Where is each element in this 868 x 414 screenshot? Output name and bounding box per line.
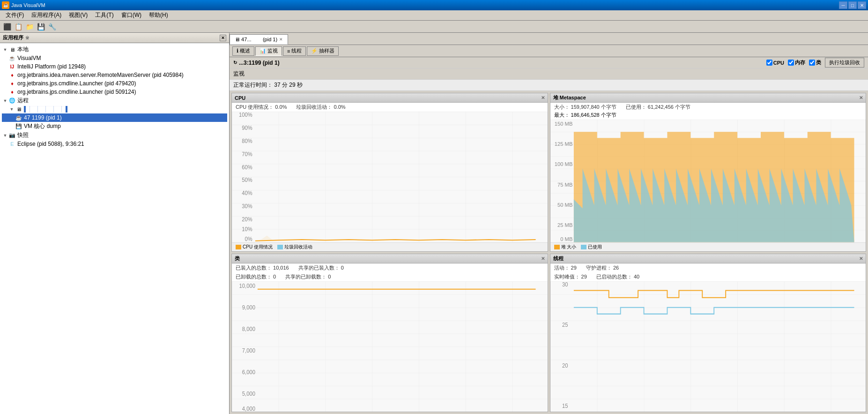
title-bar: ☕ Java VisualVM ─ □ ✕ [0, 0, 868, 10]
title-bar-buttons: ─ □ ✕ [839, 1, 866, 9]
gc-button[interactable]: 执行垃圾回收 [825, 58, 864, 68]
local-label: 本地 [17, 45, 29, 53]
cpu-checkbox-label[interactable]: CPU [766, 60, 784, 66]
tree-visualvm[interactable]: ☕ VisualVM [2, 54, 227, 62]
heap-legend-used: 已使用 [581, 244, 602, 250]
thread-chart-close[interactable]: ✕ [859, 256, 863, 261]
menu-file[interactable]: 文件(F) [2, 10, 28, 20]
svg-text:40%: 40% [242, 190, 252, 197]
core-dump-icon: 💾 [15, 123, 22, 130]
class-shared-loaded-stat: 共享的已装入数： 0 [298, 264, 344, 271]
tab-threads[interactable]: ≡ 线程 [283, 46, 306, 56]
snapshots-icon: 📷 [8, 132, 16, 139]
tree-remote-root[interactable]: ▼ 🌐 远程 [2, 96, 227, 105]
toolbar-btn-2[interactable]: 📋 [13, 22, 23, 32]
sampler-icon: ⚡ [311, 48, 318, 54]
eclipse-snapshot-label: Eclipse (pid 5088), 9:36:21 [17, 141, 84, 147]
class-loaded-value: 10,016 [273, 265, 289, 271]
heap-chart-close[interactable]: ✕ [859, 95, 863, 100]
thread-chart-svg: 30 25 20 15 下午4:15 下午4:20 下午4:25 下午4:30 [550, 281, 866, 412]
class-chart-close[interactable]: ✕ [541, 256, 545, 261]
tab-sampler[interactable]: ⚡ 抽样器 [307, 46, 339, 56]
cpu-usage-label: CPU 使用情况： [236, 104, 274, 110]
menu-view[interactable]: 视图(V) [65, 10, 91, 20]
jps1-icon: ♦ [8, 80, 16, 87]
svg-text:30%: 30% [242, 203, 252, 210]
expand-remote-icon: ▼ [2, 98, 8, 103]
svg-text:125 MB: 125 MB [554, 141, 572, 147]
thread-daemon-value: 26 [613, 265, 619, 271]
jps2-label: org.jetbrains.jps.cmdline.Launcher (pid … [17, 89, 136, 95]
tree-maven[interactable]: ♦ org.jetbrains.idea.maven.server.Remote… [2, 71, 227, 79]
class-checkbox-label[interactable]: 类 [809, 59, 821, 66]
expand-snapshots-icon: ▼ [2, 133, 8, 138]
connection-bar: ↻ ...3:1199 (pid 1) CPU 内存 类 执行垃圾回收 [230, 57, 868, 68]
remote-label: 远程 [17, 97, 29, 105]
maven-icon: ♦ [8, 71, 16, 79]
close-button[interactable]: ✕ [858, 1, 866, 9]
thread-live-value: 29 [571, 265, 577, 271]
heap-size-stat: 大小： 159,907,840 个字节 [554, 104, 616, 111]
menu-tools[interactable]: 工具(T) [91, 10, 117, 20]
mem-checkbox-label[interactable]: 内存 [788, 59, 805, 66]
cpu-chart-svg: 100% 90% 80% 70% 60% 50% 40% 30% 20% 10%… [232, 112, 548, 242]
menu-bar: 文件(F) 应用程序(A) 视图(V) 工具(T) 窗口(W) 帮助(H) [0, 10, 868, 21]
main-tab-close[interactable]: ✕ [279, 37, 283, 42]
thread-peak-stat: 实时峰值： 29 [554, 273, 587, 280]
heap-legend-size-color [554, 245, 560, 249]
tree-intellij[interactable]: IJ IntelliJ Platform (pid 12948) [2, 62, 227, 71]
tree-local-root[interactable]: ▼ 🖥 本地 [2, 45, 227, 54]
remote-host-label: ██████████ [24, 106, 67, 113]
tab-monitor[interactable]: 📊 监视 [255, 46, 282, 56]
class-shared-unloaded-label: 共享的已卸载数： [285, 274, 326, 279]
heap-size-value: 159,907,840 个字节 [571, 104, 616, 110]
heap-max-label: 最大： [554, 112, 570, 118]
thread-chart-title: 线程 [553, 255, 564, 262]
tab-overview[interactable]: ℹ 概述 [232, 46, 254, 56]
tree-eclipse-snapshot[interactable]: E Eclipse (pid 5088), 9:36:21 [2, 140, 227, 148]
tree-core-dump[interactable]: 💾 VM 核心 dump [2, 122, 227, 131]
tree-remote-pid[interactable]: ☕ 47 1199 (pid 1) [2, 113, 227, 122]
menu-window[interactable]: 窗口(W) [118, 10, 145, 20]
class-chart-panel: 类 ✕ 已装入的总数： 10,016 共享的已装入数： 0 已卸载的总数： [231, 254, 548, 413]
tree-jps-1[interactable]: ♦ org.jetbrains.jps.cmdline.Launcher (pi… [2, 79, 227, 88]
maximize-button[interactable]: □ [848, 1, 857, 9]
left-panel-close[interactable]: ✕ [220, 35, 226, 41]
svg-text:60%: 60% [242, 164, 252, 171]
class-checkbox[interactable] [809, 60, 815, 66]
heap-chart-legend: 堆 大小 已使用 [550, 242, 866, 251]
svg-text:70%: 70% [242, 151, 252, 158]
class-unloaded-label: 已卸载的总数： [236, 274, 272, 279]
toolbar-btn-1[interactable]: ⬛ [2, 22, 12, 32]
menu-help[interactable]: 帮助(H) [145, 10, 172, 20]
left-panel-header: 应用程序 ※ ✕ [0, 33, 229, 43]
expand-local-icon: ▼ [2, 47, 8, 52]
thread-chart-panel: 线程 ✕ 活动： 29 守护进程： 26 实时峰值： [550, 254, 867, 413]
class-shared-unloaded-value: 0 [328, 274, 331, 279]
tree-jps-2[interactable]: ♦ org.jetbrains.jps.cmdline.Launcher (pi… [2, 88, 227, 96]
class-chart-header: 类 ✕ [232, 254, 548, 263]
cpu-legend-gc-label: 垃圾回收活动 [284, 244, 312, 250]
svg-text:10%: 10% [242, 226, 252, 233]
monitor-section-label: 监视 [233, 70, 245, 77]
cpu-checkbox[interactable] [766, 60, 772, 66]
heap-legend-used-label: 已使用 [588, 244, 602, 250]
mem-checkbox[interactable] [788, 60, 794, 66]
cpu-gc-value: 0.0% [334, 104, 345, 110]
snapshots-label: 快照 [17, 131, 29, 139]
svg-text:4,000: 4,000 [242, 405, 255, 412]
tree-snapshots-root[interactable]: ▼ 📷 快照 [2, 131, 227, 140]
cpu-chart-close[interactable]: ✕ [541, 95, 545, 100]
class-loaded-label: 已装入的总数： [236, 265, 272, 271]
svg-text:0 MB: 0 MB [560, 236, 572, 242]
menu-application[interactable]: 应用程序(A) [28, 10, 65, 20]
toolbar-btn-5[interactable]: 🔧 [47, 22, 57, 32]
cpu-legend-usage: CPU 使用情况 [236, 244, 273, 250]
toolbar-btn-3[interactable]: 📁 [24, 22, 35, 32]
local-icon: 🖥 [8, 46, 16, 53]
toolbar-btn-4[interactable]: 💾 [36, 22, 46, 32]
minimize-button[interactable]: ─ [839, 1, 847, 9]
cpu-legend-gc-color [277, 245, 283, 249]
tree-remote-host[interactable]: ▼ 🖥 ██████████ [2, 105, 227, 113]
main-tab[interactable]: 🖥 47... (pid 1) ✕ [230, 34, 288, 45]
